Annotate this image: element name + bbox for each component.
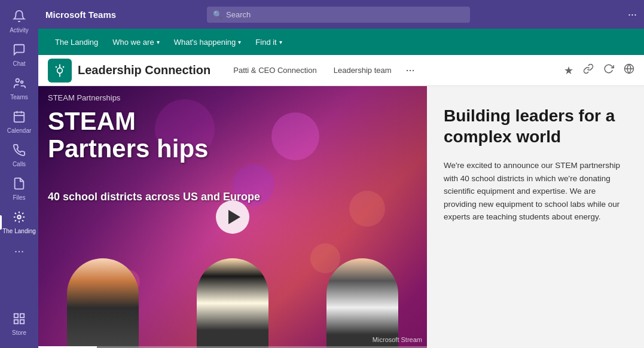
app-title: Microsoft Teams: [45, 10, 116, 20]
sidebar-item-chat-label: Chat: [13, 60, 25, 67]
calendar-icon: [13, 110, 26, 126]
content-body: We're excited to announce our STEM partn…: [444, 159, 627, 224]
svg-line-14: [15, 220, 16, 221]
sidebar-item-calendar[interactable]: Calendar: [0, 105, 38, 139]
store-icon: [13, 312, 26, 328]
children-illustration: [38, 252, 427, 348]
main-content: Microsoft Teams 🔍 ··· The Landing Who we…: [38, 0, 644, 348]
content-heading: Building leaders for a complex world: [444, 105, 627, 147]
sub-header: Leadership Connection Patti & CEO Connec…: [38, 55, 644, 86]
sidebar-item-the-landing[interactable]: The Landing: [0, 206, 38, 239]
svg-rect-15: [14, 314, 18, 318]
sub-nav-patti-ceo[interactable]: Patti & CEO Connection: [225, 55, 325, 86]
sub-header-actions: ★: [564, 63, 634, 77]
sidebar-item-files[interactable]: Files: [0, 172, 38, 206]
svg-point-24: [63, 66, 65, 68]
svg-point-23: [56, 66, 57, 68]
child-figure-1: [67, 258, 139, 348]
nav-item-who-we-are[interactable]: Who we are ▾: [105, 29, 166, 55]
child-figure-2: [197, 258, 268, 348]
search-input[interactable]: [207, 7, 470, 23]
svg-point-1: [21, 81, 23, 83]
sidebar-item-calendar-label: Calendar: [7, 127, 32, 134]
video-title: STEAM Partners hips: [48, 108, 208, 163]
sidebar-item-the-landing-label: The Landing: [2, 228, 36, 234]
svg-line-13: [22, 213, 23, 214]
search-bar-container: 🔍: [207, 7, 470, 23]
video-label: STEAM Partnerships: [48, 93, 120, 102]
nav-bar: The Landing Who we are ▾ What's happenin…: [38, 29, 644, 55]
chevron-down-icon: ▾: [157, 39, 160, 45]
text-section: Building leaders for a complex world We'…: [427, 86, 644, 348]
svg-rect-16: [20, 314, 24, 318]
svg-rect-18: [14, 320, 18, 323]
nav-item-the-landing[interactable]: The Landing: [48, 29, 105, 55]
sub-nav-more-button[interactable]: ···: [400, 64, 421, 77]
child-figure-3: [326, 258, 398, 348]
search-icon: 🔍: [213, 10, 222, 19]
site-name: Leadership Connection: [78, 63, 210, 77]
sidebar-item-teams-label: Teams: [10, 94, 28, 100]
svg-line-12: [22, 220, 23, 221]
svg-line-11: [15, 213, 16, 214]
sidebar-more-apps[interactable]: ···: [14, 239, 25, 262]
content-area: STEAM Partnerships STEAM Partners hips 4…: [38, 86, 644, 348]
sidebar-item-activity-label: Activity: [10, 27, 29, 33]
svg-rect-2: [14, 112, 25, 123]
sub-nav: Patti & CEO Connection Leadership team ·…: [225, 55, 564, 86]
ms-stream-label: Microsoft Stream: [373, 336, 422, 343]
sub-nav-leadership-team[interactable]: Leadership team: [325, 55, 400, 86]
sidebar-item-teams[interactable]: Teams: [0, 72, 38, 105]
top-bar: Microsoft Teams 🔍 ···: [38, 0, 644, 29]
nav-item-find-it[interactable]: Find it ▾: [248, 29, 289, 55]
refresh-button[interactable]: [603, 63, 614, 77]
svg-rect-17: [20, 320, 24, 323]
sidebar-item-files-label: Files: [13, 194, 25, 201]
sidebar-item-calls-label: Calls: [13, 161, 26, 167]
logo-area: Leadership Connection: [48, 59, 210, 83]
more-options-button[interactable]: ···: [628, 8, 637, 21]
the-landing-icon: [13, 210, 26, 227]
link-button[interactable]: [583, 63, 594, 77]
svg-point-0: [16, 79, 20, 83]
sidebar-item-chat[interactable]: Chat: [0, 38, 38, 72]
chevron-down-icon: ▾: [238, 39, 241, 45]
sidebar: Activity Chat Teams Calendar Calls Files: [0, 0, 38, 348]
nav-item-whats-happening[interactable]: What's happening ▾: [167, 29, 249, 55]
globe-button[interactable]: [624, 63, 634, 77]
sidebar-item-store-label: Store: [12, 329, 26, 336]
chat-icon: [13, 43, 26, 59]
sidebar-item-store[interactable]: Store: [12, 307, 26, 341]
chevron-down-icon: ▾: [279, 39, 282, 45]
play-button[interactable]: [216, 200, 249, 234]
svg-point-6: [17, 215, 21, 219]
teams-icon: [13, 77, 26, 93]
files-icon: [13, 177, 26, 193]
sidebar-item-calls[interactable]: Calls: [0, 139, 38, 172]
calls-icon: [13, 144, 26, 160]
video-player[interactable]: STEAM Partnerships STEAM Partners hips 4…: [38, 86, 427, 348]
star-button[interactable]: ★: [564, 64, 573, 77]
activity-icon: [13, 10, 26, 26]
sidebar-item-activity[interactable]: Activity: [0, 5, 38, 38]
video-section: STEAM Partnerships STEAM Partners hips 4…: [38, 86, 427, 348]
site-logo: [48, 59, 72, 83]
